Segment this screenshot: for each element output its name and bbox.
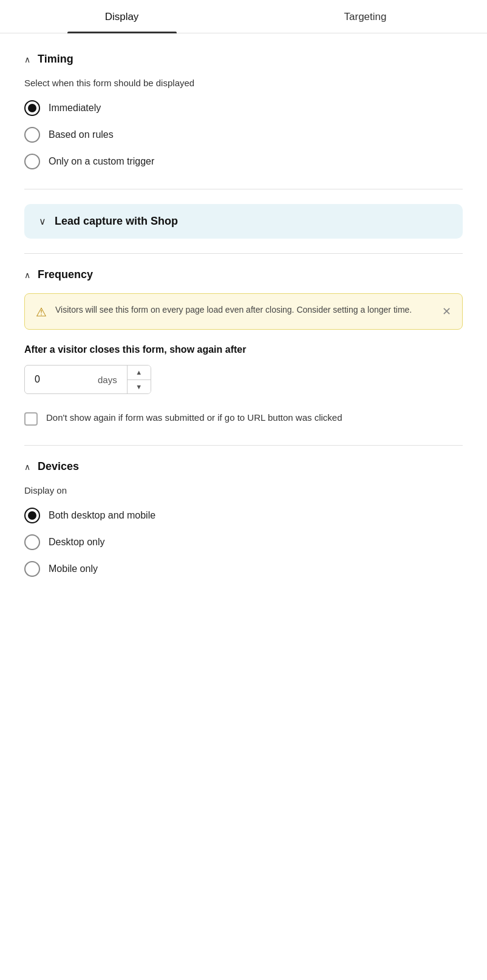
radio-desktop-only[interactable] <box>24 534 40 550</box>
lead-capture-chevron-down-icon: ∨ <box>39 216 46 227</box>
frequency-warning-box: ⚠ Visitors will see this form on every p… <box>24 293 463 330</box>
dont-show-again-row: Don't show again if form was submitted o… <box>24 411 463 426</box>
devices-section: ∧ Devices Display on Both desktop and mo… <box>24 460 463 577</box>
warning-triangle-icon: ⚠ <box>36 305 47 319</box>
days-unit-label: days <box>98 369 127 391</box>
dont-show-again-checkbox[interactable] <box>24 412 38 426</box>
radio-both-devices[interactable] <box>24 508 40 523</box>
frequency-warning-text: Visitors will see this form on every pag… <box>55 304 434 316</box>
days-input[interactable] <box>25 368 98 391</box>
days-input-row: days ▲ ▼ <box>24 365 463 394</box>
tab-display[interactable]: Display <box>0 0 244 33</box>
warning-close-icon[interactable]: ✕ <box>442 305 451 318</box>
timing-header: ∧ Timing <box>24 53 463 66</box>
timing-option-immediately[interactable]: Immediately <box>24 100 463 116</box>
divider-3 <box>24 445 463 446</box>
timing-option-custom-trigger[interactable]: Only on a custom trigger <box>24 154 463 169</box>
devices-chevron-up-icon[interactable]: ∧ <box>24 462 30 472</box>
stepper-up-button[interactable]: ▲ <box>128 366 151 380</box>
device-option-desktop[interactable]: Desktop only <box>24 534 463 550</box>
frequency-header: ∧ Frequency <box>24 268 463 281</box>
device-option-both[interactable]: Both desktop and mobile <box>24 508 463 523</box>
devices-title: Devices <box>38 460 79 473</box>
devices-header: ∧ Devices <box>24 460 463 473</box>
timing-section: ∧ Timing Select when this form should be… <box>24 53 463 169</box>
timing-title: Timing <box>38 53 73 66</box>
lead-capture-title: Lead capture with Shop <box>55 215 178 228</box>
radio-rules[interactable] <box>24 127 40 143</box>
tab-bar: Display Targeting <box>0 0 487 33</box>
divider-1 <box>24 189 463 189</box>
tab-targeting[interactable]: Targeting <box>244 0 487 33</box>
frequency-chevron-up-icon[interactable]: ∧ <box>24 270 30 280</box>
device-option-mobile[interactable]: Mobile only <box>24 561 463 577</box>
stepper-down-button[interactable]: ▼ <box>128 380 151 394</box>
frequency-section: ∧ Frequency ⚠ Visitors will see this for… <box>24 268 463 426</box>
radio-custom-trigger[interactable] <box>24 154 40 169</box>
radio-immediately[interactable] <box>24 100 40 116</box>
stepper-buttons: ▲ ▼ <box>127 366 151 393</box>
devices-description: Display on <box>24 485 463 495</box>
timing-description: Select when this form should be displaye… <box>24 78 463 88</box>
timing-option-rules[interactable]: Based on rules <box>24 127 463 143</box>
dont-show-again-label: Don't show again if form was submitted o… <box>46 411 342 425</box>
days-input-wrapper: days ▲ ▼ <box>24 365 151 394</box>
radio-mobile-only[interactable] <box>24 561 40 577</box>
frequency-show-again-label: After a visitor closes this form, show a… <box>24 344 463 355</box>
main-content: ∧ Timing Select when this form should be… <box>0 33 487 616</box>
lead-capture-section[interactable]: ∨ Lead capture with Shop <box>24 204 463 239</box>
devices-radio-group: Both desktop and mobile Desktop only Mob… <box>24 508 463 577</box>
frequency-title: Frequency <box>38 268 93 281</box>
timing-chevron-up-icon[interactable]: ∧ <box>24 55 30 64</box>
divider-2 <box>24 253 463 254</box>
timing-radio-group: Immediately Based on rules Only on a cus… <box>24 100 463 169</box>
